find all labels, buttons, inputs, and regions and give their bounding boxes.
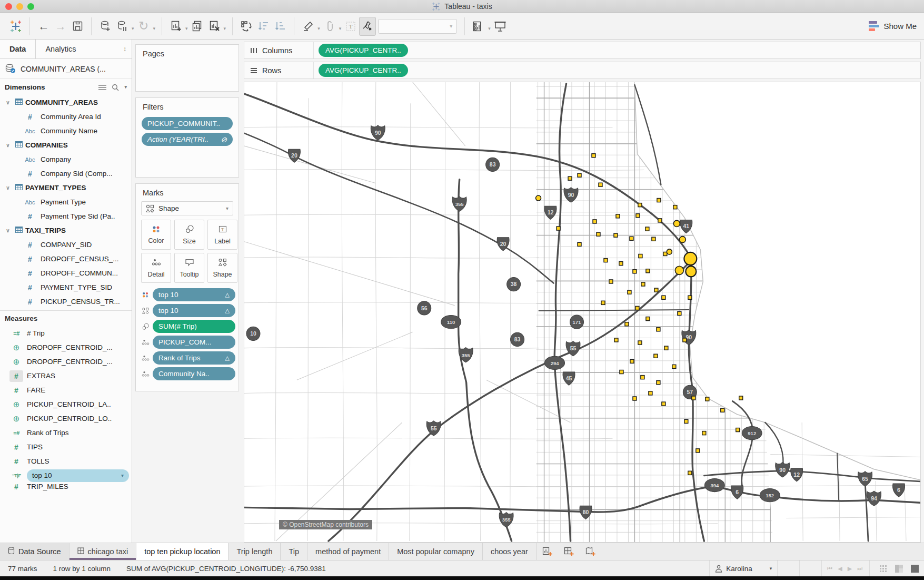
pickup-square-mark[interactable]: [630, 359, 634, 363]
selected-field-pill[interactable]: top 10▾: [27, 469, 129, 482]
dimension-group-community-areas[interactable]: ∨COMMUNITY_AREAS: [0, 95, 132, 110]
pickup-square-mark[interactable]: [673, 205, 677, 209]
pause-updates-caret[interactable]: ▾: [132, 26, 134, 31]
field-extras[interactable]: #EXTRAS: [0, 369, 132, 383]
pickup-square-mark[interactable]: [597, 232, 600, 236]
field-trip[interactable]: =## Trip: [0, 326, 132, 340]
view-toggles[interactable]: [869, 561, 924, 576]
field-tips[interactable]: #TIPS: [0, 440, 132, 454]
dimension-group-taxi-trips[interactable]: ∨TAXI_TRIPS: [0, 223, 132, 238]
sheet-tab-method-of-payment[interactable]: method of payment: [307, 543, 389, 560]
collapse-caret-icon[interactable]: ∨: [3, 100, 13, 105]
sheet-tab-top-ten-pickup-location[interactable]: top ten pickup location: [136, 543, 228, 560]
sort-ascending-button[interactable]: [255, 17, 272, 36]
new-worksheet-tab-button[interactable]: [536, 543, 558, 560]
filters-card[interactable]: Filters PICKUP_COMMUNIT..Action (YEAR(TR…: [135, 97, 239, 178]
top10-pickup-circle-mark[interactable]: [673, 220, 680, 227]
sheet-tab-trip-length[interactable]: Trip length: [228, 543, 281, 560]
filter-pill-action-year-tri[interactable]: Action (YEAR(TRI..⊘: [142, 133, 233, 146]
pickup-square-mark[interactable]: [614, 233, 618, 237]
pickup-square-mark[interactable]: [652, 237, 655, 241]
rows-pill[interactable]: AVG(PICKUP_CENTR..: [319, 64, 408, 77]
format-paperclip-button[interactable]: [321, 17, 338, 36]
fix-axes-pin-button[interactable]: [359, 17, 376, 36]
pickup-square-mark[interactable]: [616, 214, 620, 218]
pickup-square-mark[interactable]: [599, 183, 602, 186]
pickup-square-mark[interactable]: [639, 254, 642, 258]
field-payment-type-sid-pa[interactable]: #Payment Type Sid (Pa..: [0, 209, 132, 223]
view-data-icon[interactable]: [98, 84, 106, 91]
zoom-window-button[interactable]: [27, 3, 34, 10]
mark-pill-sum-trip[interactable]: SUM(# Trip): [153, 320, 235, 333]
text-label-button[interactable]: T: [342, 17, 359, 36]
fix-axes-dropdown[interactable]: ▾: [378, 19, 457, 34]
new-worksheet-caret[interactable]: ▾: [185, 26, 188, 31]
top10-pickup-circle-mark[interactable]: [675, 266, 683, 274]
field-pickup-census-tr[interactable]: #PICKUP_CENSUS_TR...: [0, 294, 132, 309]
pickup-square-mark[interactable]: [646, 317, 650, 321]
format-caret[interactable]: ▾: [339, 26, 342, 31]
field-top-10[interactable]: =T|Ftop 10▾: [0, 468, 132, 483]
mark-pill-pickup-com[interactable]: PICKUP_COM...: [153, 336, 235, 349]
collapse-caret-icon[interactable]: ∨: [3, 185, 13, 191]
new-story-tab-button[interactable]: [580, 543, 601, 560]
show-filmstrip-icon[interactable]: [895, 565, 903, 573]
field-menu-caret[interactable]: ▾: [121, 473, 124, 478]
field-trip-miles[interactable]: #TRIP_MILES: [0, 483, 132, 490]
pickup-square-mark[interactable]: [630, 237, 633, 240]
pane-resize-icon[interactable]: ↕: [118, 40, 132, 58]
dimension-group-companies[interactable]: ∨COMPANIES: [0, 138, 132, 152]
rows-shelf[interactable]: Rows AVG(PICKUP_CENTR..: [244, 62, 921, 79]
pickup-square-mark[interactable]: [664, 346, 668, 350]
pickup-square-mark[interactable]: [557, 227, 560, 230]
top10-pickup-circle-mark[interactable]: [679, 237, 685, 243]
pickup-square-mark[interactable]: [658, 219, 662, 222]
refresh-caret[interactable]: ▾: [153, 26, 156, 31]
find-field-icon[interactable]: [112, 84, 119, 91]
sheet-tab-choos-year[interactable]: choos year: [483, 543, 536, 560]
pickup-square-mark[interactable]: [609, 280, 613, 283]
marks-label-button[interactable]: TLabel: [207, 220, 237, 250]
new-datasource-button[interactable]: [97, 17, 114, 36]
minimize-window-button[interactable]: [16, 3, 23, 10]
field-dropoff-census[interactable]: #DROPOFF_CENSUS_...: [0, 252, 132, 266]
new-dashboard-tab-button[interactable]: [558, 543, 580, 560]
top10-pickup-circle-mark[interactable]: [536, 195, 541, 201]
pickup-square-mark[interactable]: [614, 338, 618, 342]
duplicate-sheet-button[interactable]: [189, 17, 206, 36]
highlight-caret[interactable]: ▾: [317, 26, 320, 31]
marks-card[interactable]: Marks Shape ▾ ColorSizeTLabelDetailToolt…: [135, 183, 239, 391]
marks-color-button[interactable]: Color: [141, 220, 171, 250]
pickup-square-mark[interactable]: [654, 354, 658, 358]
field-tolls[interactable]: #TOLLS: [0, 454, 132, 468]
undo-button[interactable]: ←: [35, 17, 52, 36]
tab-analytics[interactable]: Analytics: [35, 40, 118, 58]
mark-type-dropdown[interactable]: Shape ▾: [141, 201, 233, 215]
user-menu[interactable]: Karolina ▾: [709, 561, 777, 576]
pickup-square-mark[interactable]: [662, 402, 665, 406]
pickup-square-mark[interactable]: [678, 311, 681, 315]
pickup-square-mark[interactable]: [649, 391, 652, 395]
pickup-square-mark[interactable]: [568, 176, 572, 180]
mark-pill-rank-of-trips[interactable]: Rank of Trips△: [153, 351, 235, 365]
refresh-button[interactable]: ↻: [135, 17, 152, 36]
sheet-tab-tip[interactable]: Tip: [281, 543, 307, 560]
filter-pill-pickup-communit[interactable]: PICKUP_COMMUNIT..: [142, 117, 233, 130]
save-button[interactable]: [69, 17, 86, 36]
field-company-sid[interactable]: #COMPANY_SID: [0, 238, 132, 252]
clear-sheet-caret[interactable]: ▾: [224, 26, 226, 31]
pickup-square-mark[interactable]: [593, 220, 597, 223]
marks-shape-button[interactable]: Shape: [207, 253, 237, 283]
mark-pill-community-na[interactable]: Community Na..: [153, 367, 235, 380]
pickup-square-mark[interactable]: [657, 199, 661, 202]
pickup-square-mark[interactable]: [636, 214, 640, 218]
field-company-sid-comp[interactable]: #Company Sid (Comp...: [0, 166, 132, 181]
field-fare[interactable]: #FARE: [0, 383, 132, 397]
pickup-square-mark[interactable]: [641, 282, 645, 286]
pickup-square-mark[interactable]: [638, 203, 642, 207]
sort-descending-button[interactable]: [272, 17, 289, 36]
field-rank-of-trips[interactable]: =#Rank of Trips: [0, 426, 132, 440]
show-tabs-icon[interactable]: [879, 565, 887, 573]
columns-shelf[interactable]: Columns AVG(PICKUP_CENTR..: [244, 42, 921, 59]
pickup-square-mark[interactable]: [578, 242, 581, 246]
